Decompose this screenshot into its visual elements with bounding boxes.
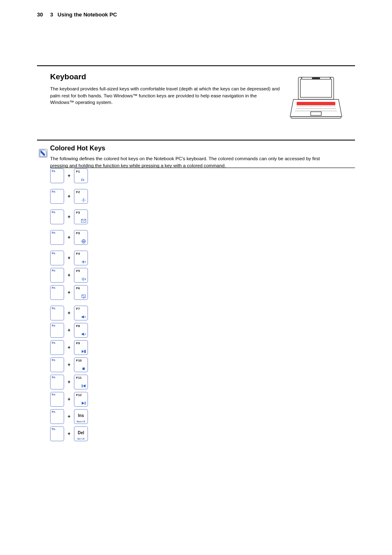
function-key: F3 bbox=[74, 210, 88, 224]
fn-key-label: Fn bbox=[52, 359, 55, 362]
note-icon bbox=[39, 149, 48, 158]
plus-sign: + bbox=[64, 362, 74, 368]
plus-sign: + bbox=[64, 290, 74, 295]
hotkey-row: Fn+InsNum LK bbox=[50, 409, 355, 424]
key-label: F9 bbox=[76, 341, 80, 345]
fn-key-label: Fn bbox=[52, 211, 55, 214]
fn-key-label: Fn bbox=[52, 286, 55, 289]
sleep-icon: Zz bbox=[81, 177, 86, 182]
plus-sign: + bbox=[64, 173, 74, 179]
function-key: F5 bbox=[74, 268, 88, 283]
function-key: F10 bbox=[74, 357, 88, 372]
svg-rect-5 bbox=[297, 102, 335, 105]
hotkey-row: Fn+F2 bbox=[50, 189, 355, 204]
fn-key: Fn bbox=[50, 409, 64, 424]
sundown-icon bbox=[81, 260, 86, 264]
fn-key-label: Fn bbox=[52, 269, 55, 272]
hotkey-row: Fn+F9 bbox=[50, 340, 355, 355]
fn-key: Fn bbox=[50, 230, 64, 245]
svg-rect-10 bbox=[291, 117, 341, 118]
key-label: F8 bbox=[76, 324, 80, 328]
plus-sign: + bbox=[64, 327, 74, 333]
fn-key: Fn bbox=[50, 168, 64, 183]
sunup-icon bbox=[81, 277, 86, 281]
fn-key: Fn bbox=[50, 268, 64, 283]
fn-key-label: Fn bbox=[52, 252, 55, 255]
fn-key-label: Fn bbox=[52, 324, 55, 327]
svg-line-35 bbox=[82, 295, 85, 297]
fn-key-label: Fn bbox=[52, 393, 55, 396]
fn-key-label: Fn bbox=[52, 376, 55, 379]
key-label: F4 bbox=[76, 252, 80, 256]
fn-key: Fn bbox=[50, 210, 64, 224]
function-key: F4 bbox=[74, 251, 88, 265]
key-label: F3 bbox=[76, 211, 80, 214]
svg-point-19 bbox=[82, 261, 84, 263]
section-label: 3 Using the Notebook PC bbox=[50, 12, 117, 18]
playpause-icon bbox=[81, 349, 86, 353]
hotkey-row: Fn+DelScr LK bbox=[50, 426, 355, 441]
key-label: F3 bbox=[76, 231, 80, 235]
svg-line-29 bbox=[82, 278, 82, 278]
key-label: F2 bbox=[76, 190, 80, 194]
fn-key-label: Fn bbox=[52, 307, 55, 310]
prev-icon bbox=[81, 384, 86, 388]
plus-sign: + bbox=[64, 431, 74, 437]
rule-sub bbox=[50, 168, 355, 168]
fn-key: Fn bbox=[50, 285, 64, 300]
hotkey-row: Fn+F3 bbox=[50, 230, 355, 245]
fn-key: Fn bbox=[50, 375, 64, 389]
function-key: F3 bbox=[74, 230, 88, 245]
key-label: F1 bbox=[76, 170, 80, 173]
plus-sign: + bbox=[64, 193, 74, 199]
key-sublabel: Num LK bbox=[74, 420, 88, 423]
key-label: F10 bbox=[76, 359, 82, 362]
plus-sign: + bbox=[64, 255, 74, 261]
svg-point-14 bbox=[83, 198, 84, 199]
function-key: F6 bbox=[74, 285, 88, 300]
svg-rect-36 bbox=[84, 350, 85, 352]
hotkey-row: Fn+F12 bbox=[50, 392, 355, 407]
hotkeys-intro: The following defines the colored hot ke… bbox=[50, 155, 338, 169]
function-key: DelScr LK bbox=[74, 426, 88, 441]
svg-line-32 bbox=[84, 278, 84, 278]
hotkey-row: Fn+F7 bbox=[50, 306, 355, 320]
fn-key: Fn bbox=[50, 323, 64, 338]
fn-key-label: Fn bbox=[52, 341, 55, 344]
page-number: 30 bbox=[37, 12, 43, 18]
hotkey-row: Fn+F6 bbox=[50, 285, 355, 300]
fn-key: Fn bbox=[50, 189, 64, 204]
key-label: F6 bbox=[76, 286, 80, 290]
function-key: F2 bbox=[74, 189, 88, 204]
svg-rect-9 bbox=[311, 112, 321, 115]
fn-key: Fn bbox=[50, 306, 64, 320]
fn-key: Fn bbox=[50, 251, 64, 265]
svg-rect-1 bbox=[300, 79, 332, 97]
hotkey-row: Fn+F8 bbox=[50, 323, 355, 338]
fn-key-label: Fn bbox=[52, 170, 55, 173]
plus-sign: + bbox=[64, 272, 74, 278]
rule-top bbox=[37, 65, 355, 66]
next-icon bbox=[81, 401, 86, 405]
stop-icon bbox=[81, 366, 86, 371]
volmute-icon bbox=[81, 315, 86, 319]
fn-key-label: Fn bbox=[52, 410, 55, 413]
fn-key: Fn bbox=[50, 426, 64, 441]
envelope-icon bbox=[81, 219, 86, 223]
function-key: InsNum LK bbox=[74, 409, 88, 424]
fn-key: Fn bbox=[50, 340, 64, 355]
volup-icon bbox=[81, 332, 86, 336]
function-key: F12 bbox=[74, 392, 88, 407]
svg-rect-39 bbox=[81, 384, 82, 387]
svg-line-30 bbox=[84, 280, 84, 280]
key-label: F11 bbox=[76, 376, 82, 380]
function-key: F11 bbox=[74, 375, 88, 389]
fn-key: Fn bbox=[50, 392, 64, 407]
svg-rect-2 bbox=[312, 78, 320, 79]
plus-sign: + bbox=[64, 345, 74, 350]
laptop-illustration bbox=[289, 76, 343, 121]
rule-mid bbox=[37, 140, 355, 140]
svg-rect-38 bbox=[82, 367, 85, 370]
key-label: F5 bbox=[76, 269, 80, 273]
plus-sign: + bbox=[64, 235, 74, 240]
